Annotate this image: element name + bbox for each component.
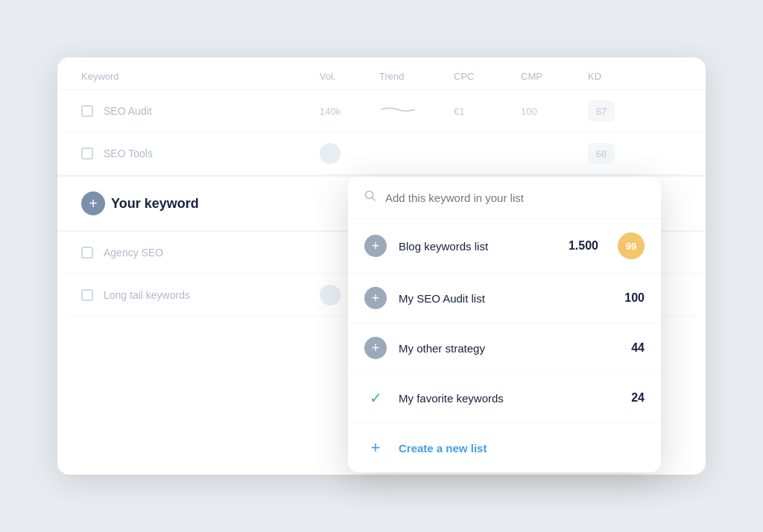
vol-cell [320,143,341,164]
keyword-cell: Long tail keywords [81,289,320,301]
table-header: Keyword Vol. Trend CPC CMP KD [57,57,706,90]
trend-cell [379,102,454,120]
keyword-cell: SEO Tools [81,148,320,159]
keyword-text: Long tail keywords [104,289,190,301]
list-item-other-strategy[interactable]: + My other strategy 44 [348,323,661,373]
search-input[interactable] [385,191,645,204]
create-list-label: Create a new list [399,442,487,455]
plus-icon: + [364,438,387,457]
keyword-text: SEO Tools [104,148,153,159]
create-new-list-button[interactable]: + Create a new list [348,423,661,472]
list-item-count: 1.500 [569,239,598,253]
list-item-count: 24 [631,391,645,405]
keyword-cell-active: + Your keyword [81,191,320,215]
list-item-name: Blog keywords list [399,240,557,253]
list-item-blog[interactable]: + Blog keywords list 1.500 99 [348,219,661,273]
col-cpc: CPC [454,71,521,82]
trend-chart [379,102,417,117]
row-checkbox[interactable] [81,247,93,259]
cmp-cell: 100 [521,106,588,117]
check-icon: ✓ [364,387,387,409]
kd-badge-item: 99 [618,232,645,259]
kd-cell: 68 [588,143,648,164]
vol-cell: 140k [320,104,379,118]
col-trend: Trend [379,71,454,82]
keyword-cell: SEO Audit [81,105,320,117]
add-to-list-icon: + [364,337,387,359]
list-item-seo-audit[interactable]: + My SEO Audit list 100 [348,273,661,323]
list-item-name: My other strategy [399,342,619,355]
col-cmp: CMP [521,71,588,82]
kd-badge: 87 [588,101,615,121]
vol-text: 140k [320,106,341,117]
main-card: Keyword Vol. Trend CPC CMP KD SEO Audit … [57,57,706,475]
row-checkbox[interactable] [81,105,93,117]
list-item-count: 100 [624,291,645,305]
keyword-text: SEO Audit [104,105,152,117]
vol-cell [320,285,341,305]
kd-cell: 87 [588,101,648,121]
cpc-cell: €1 [454,106,521,117]
kd-badge: 68 [588,143,615,164]
keyword-text: Agency SEO [104,247,163,259]
col-vol: Vol. [320,71,379,82]
list-item-name: My favorite keywords [399,392,619,405]
table-row: SEO Audit 140k €1 100 87 [57,90,706,133]
list-item-name: My SEO Audit list [399,292,612,305]
table-row: SEO Tools 68 [57,133,706,175]
row-checkbox[interactable] [81,289,93,301]
add-to-list-button[interactable]: + [81,191,105,215]
col-keyword: Keyword [81,71,320,82]
search-icon [364,190,376,205]
add-to-list-icon: + [364,287,387,309]
keyword-text-active: Your keyword [111,196,199,212]
svg-line-1 [373,198,376,201]
add-to-list-dropdown: + Blog keywords list 1.500 99 + My SEO A… [348,177,661,472]
add-to-list-icon: + [364,235,387,257]
row-checkbox[interactable] [81,148,93,159]
list-item-count: 44 [631,341,645,355]
col-kd: KD [588,71,648,82]
dropdown-search-area [348,177,661,219]
keyword-cell: Agency SEO [81,247,320,259]
list-item-favorites[interactable]: ✓ My favorite keywords 24 [348,373,661,423]
